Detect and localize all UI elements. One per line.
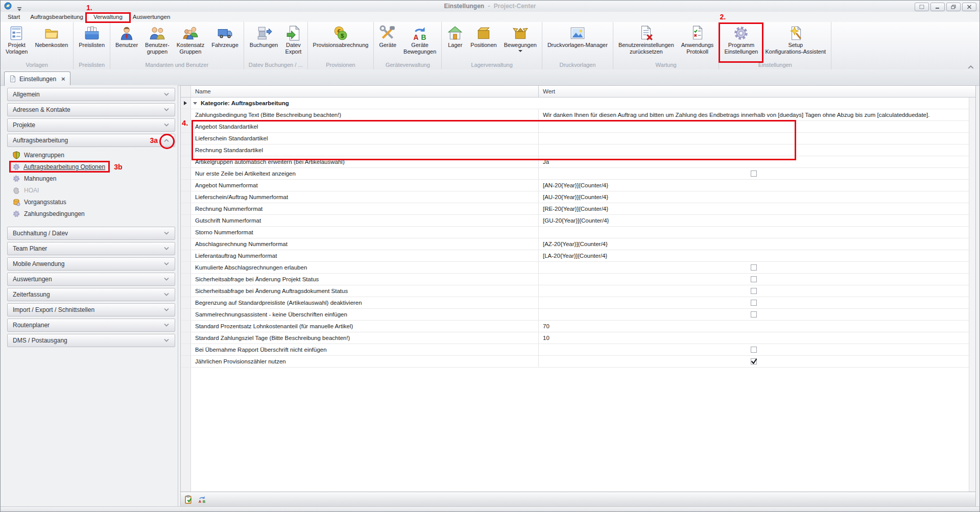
setting-value[interactable]: Wir danken Ihnen für diesen Auftrag und … <box>539 109 969 120</box>
checkbox-unchecked[interactable] <box>751 170 757 177</box>
setting-value[interactable] <box>539 133 969 144</box>
checkbox-unchecked[interactable] <box>751 311 757 318</box>
setting-name[interactable]: Kumulierte Abschlagsrechnungen erlauben <box>191 262 539 273</box>
ribbon-collapse-icon[interactable] <box>967 62 974 67</box>
sidebar-panel-import-export-schnittstellen[interactable]: Import / Export / Schnittstellen <box>7 303 175 316</box>
ribbon-button-nebenkosten[interactable]: Nebenkosten <box>31 24 71 61</box>
ribbon-tab-auftragsbearbeitung[interactable]: Auftragsbearbeitung <box>25 12 88 22</box>
setting-name[interactable]: Artikelgruppen automatisch erweitern (be… <box>191 156 539 167</box>
sidebar-item-zahlungsbedingungen[interactable]: Zahlungsbedingungen <box>7 208 175 220</box>
setting-value[interactable] <box>539 121 969 132</box>
setting-name[interactable]: Angebot Standardartikel <box>191 121 539 132</box>
sidebar-panel-auswertungen[interactable]: Auswertungen <box>7 273 175 286</box>
checkbox-checked[interactable] <box>751 358 757 364</box>
sidebar-panel-allgemein[interactable]: Allgemein <box>7 88 175 101</box>
setting-value[interactable]: [GU-20{Year}]{Counter/4} <box>539 215 969 226</box>
vertical-scrollbar[interactable] <box>969 97 975 492</box>
sidebar-item-vorgangsstatus[interactable]: Vorgangsstatus <box>7 196 175 208</box>
sidebar-panel-routenplaner[interactable]: Routenplaner <box>7 319 175 332</box>
setting-name[interactable]: Lieferschein Standardartikel <box>191 133 539 144</box>
ribbon-button-projekt-vorlagen[interactable]: ProjektVorlagen <box>2 24 31 61</box>
setting-name[interactable]: Lieferantauftrag Nummerformat <box>191 250 539 261</box>
ribbon-button-positionen[interactable]: Positionen <box>467 24 500 61</box>
validate-icon[interactable] <box>184 495 193 504</box>
sidebar-panel-buchhaltung-datev[interactable]: Buchhaltung / Datev <box>7 227 175 240</box>
setting-value[interactable]: 70 <box>539 321 969 332</box>
sidebar-panel-auftragsbearbeitung[interactable]: Auftragsbearbeitung3a <box>7 134 175 147</box>
checkbox-unchecked[interactable] <box>751 276 757 282</box>
setting-name[interactable]: Abschlagsrechnung Nummerformat <box>191 238 539 250</box>
sidebar-item-auftragsbearbeitung-optionen[interactable]: Auftragsbearbeitung Optionen3b <box>7 161 175 173</box>
sidebar-panel-dms-postausgang[interactable]: DMS / Postausgang <box>7 334 175 347</box>
setting-name[interactable]: Gutschrift Nummerformat <box>191 215 539 226</box>
setting-value[interactable]: 10 <box>539 332 969 344</box>
ribbon-button-datev-export[interactable]: DatevExport <box>282 24 305 61</box>
ribbon-tab-verwaltung[interactable]: Verwaltung1. <box>88 12 128 22</box>
setting-name[interactable]: Rechnung Standardartikel <box>191 144 539 156</box>
sidebar-panel-zeiterfassung[interactable]: Zeiterfassung <box>7 288 175 301</box>
ribbon-button-lager[interactable]: Lager <box>443 24 467 61</box>
setting-value[interactable] <box>539 344 969 355</box>
setting-name[interactable]: Bei Übernahme Rapport Überschrift nicht … <box>191 344 539 355</box>
minimize-button[interactable] <box>930 3 945 11</box>
setting-name[interactable]: Angebot Nummerformat <box>191 180 539 191</box>
ribbon-button-setup-konfigurations-assistent[interactable]: SetupKonfigurations-Assistent <box>761 24 829 61</box>
ribbon-button-fahrzeuge[interactable]: Fahrzeuge <box>208 24 242 61</box>
sidebar-panel-projekte[interactable]: Projekte <box>7 118 175 132</box>
ribbon-button-benutzer[interactable]: Benutzer <box>112 24 141 61</box>
setting-value[interactable] <box>539 168 969 179</box>
ribbon-button-benutzer-gruppen[interactable]: Benutzer-gruppen <box>141 24 173 61</box>
setting-value[interactable] <box>539 309 969 320</box>
checkbox-unchecked[interactable] <box>751 264 757 271</box>
setting-name[interactable]: Storno Nummerformat <box>191 227 539 238</box>
column-header-wert[interactable]: Wert <box>539 86 975 97</box>
sidebar-panel-mobile-anwendung[interactable]: Mobile Anwendung <box>7 257 175 271</box>
setting-value[interactable] <box>539 285 969 297</box>
checkbox-unchecked[interactable] <box>751 300 757 306</box>
setting-name[interactable]: Begrenzung auf Standardpreisliste (Artik… <box>191 297 539 308</box>
sidebar-panel-adressen-kontakte[interactable]: Adressen & Kontakte <box>7 103 175 116</box>
ribbon-button-preislisten[interactable]: Preislisten <box>75 24 108 61</box>
setting-value[interactable] <box>539 274 969 285</box>
setting-value[interactable]: [AZ-20{Year}]{Counter/4} <box>539 238 969 250</box>
setting-name[interactable]: Sammelrechnungsassistent - keine Übersch… <box>191 309 539 320</box>
ribbon-tab-auswertungen[interactable]: Auswertungen <box>128 12 176 22</box>
setting-name[interactable]: Standard Zahlungsziel Tage (Bitte Beschr… <box>191 332 539 344</box>
setting-name[interactable]: Zahlungsbedingung Text (Bitte Beschreibu… <box>191 109 539 120</box>
rename-ab-icon[interactable]: AB <box>198 495 206 504</box>
checkbox-unchecked[interactable] <box>751 347 757 353</box>
window-style-button[interactable] <box>915 3 929 11</box>
document-tab-einstellungen[interactable]: Einstellungen × <box>4 71 70 86</box>
setting-value[interactable]: Ja <box>539 156 969 167</box>
sidebar-item-mahnungen[interactable]: Mahnungen <box>7 173 175 184</box>
close-tab-icon[interactable]: × <box>61 76 65 82</box>
sidebar-item-hoai[interactable]: HOAI <box>7 184 175 196</box>
settings-category-row[interactable]: Kategorie: Auftragsbearbeitung <box>181 97 969 109</box>
setting-value[interactable] <box>539 356 969 367</box>
ribbon-button-benutzereinstellungen-zur-cksetzen[interactable]: Benutzereinstellungenzurücksetzen <box>615 24 678 61</box>
setting-name[interactable]: Standard Prozentsatz Lohnkostenanteil (f… <box>191 321 539 332</box>
close-button[interactable] <box>962 3 976 11</box>
ribbon-tab-start[interactable]: Start <box>3 12 25 22</box>
ribbon-button-buchungen[interactable]: Buchungen <box>246 24 282 61</box>
ribbon-button-provisionsabrechnung[interactable]: €$Provisionsabrechnung <box>309 24 372 61</box>
ribbon-button-kostensatz-gruppen[interactable]: KostensatzGruppen <box>173 24 208 61</box>
restore-button[interactable] <box>946 3 961 11</box>
setting-name[interactable]: Rechnung Nummerformat <box>191 203 539 214</box>
setting-name[interactable]: Sicherheitsabfrage bei Änderung Projekt … <box>191 274 539 285</box>
ribbon-button-ger-te[interactable]: Geräte <box>375 24 400 61</box>
sidebar-panel-team-planer[interactable]: Team Planer <box>7 242 175 255</box>
setting-value[interactable]: [LA-20{Year}]{Counter/4} <box>539 250 969 261</box>
collapse-triangle-icon[interactable] <box>193 102 197 107</box>
setting-value[interactable]: [AU-20{Year}]{Counter/4} <box>539 191 969 203</box>
sidebar-item-warengruppen[interactable]: Warengruppen <box>7 149 175 161</box>
checkbox-unchecked[interactable] <box>751 288 757 294</box>
setting-value[interactable]: [RE-20{Year}]{Counter/4} <box>539 203 969 214</box>
column-header-name[interactable]: Name <box>191 86 539 97</box>
setting-name[interactable]: Sicherheitsabfrage bei Änderung Auftrags… <box>191 285 539 297</box>
setting-name[interactable]: Lieferschein/Auftrag Nummerformat <box>191 191 539 203</box>
setting-name[interactable]: Jährlichen Provisionszähler nutzen <box>191 356 539 367</box>
setting-value[interactable] <box>539 144 969 156</box>
ribbon-button-programm-einstellungen[interactable]: ProgrammEinstellungen2. <box>721 24 761 61</box>
setting-value[interactable] <box>539 262 969 273</box>
